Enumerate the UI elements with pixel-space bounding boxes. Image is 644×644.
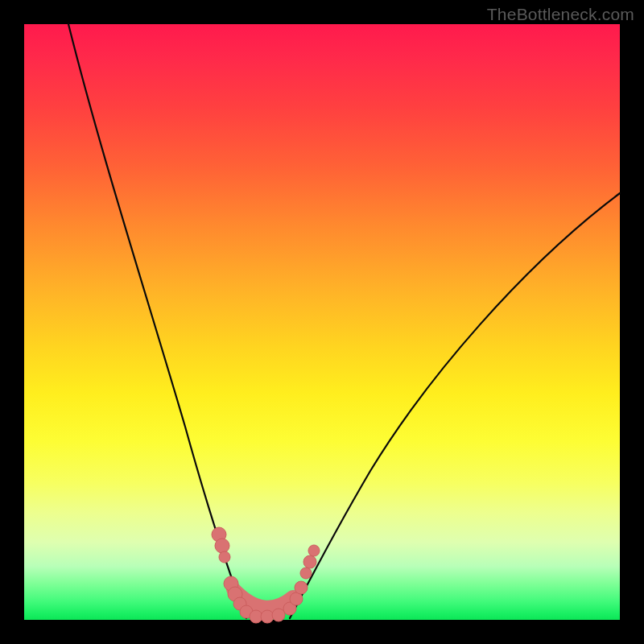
watermark-text: TheBottleneck.com: [487, 5, 634, 24]
chart-frame: TheBottleneck.com: [0, 0, 644, 644]
bead: [272, 609, 285, 621]
curve-layer: [24, 24, 620, 620]
plot-area: [24, 24, 620, 620]
bead: [303, 555, 316, 568]
bead: [261, 610, 274, 623]
bead: [215, 539, 229, 553]
bead: [219, 551, 230, 563]
bead: [295, 581, 308, 594]
curve-right-branch: [290, 193, 620, 618]
bead: [308, 545, 320, 556]
bead: [300, 568, 312, 579]
